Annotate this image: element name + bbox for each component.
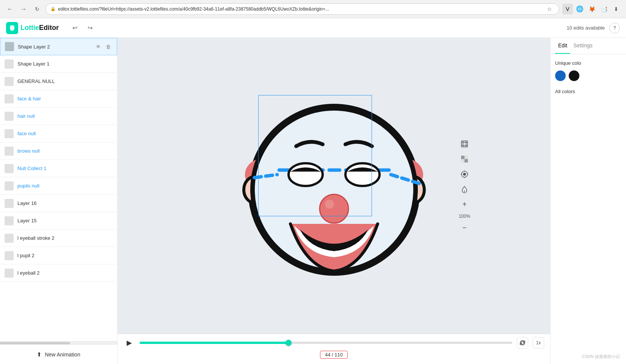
canvas-viewport: + 100% − bbox=[118, 38, 550, 334]
loop-button[interactable] bbox=[517, 337, 528, 348]
zoom-level-text: 100% bbox=[459, 214, 471, 219]
redo-button[interactable]: ↪ bbox=[85, 23, 95, 33]
animation-canvas bbox=[224, 76, 444, 296]
layer-item[interactable]: Shape Layer 1 bbox=[0, 55, 117, 73]
layer-name: l eyeball 2 bbox=[17, 270, 113, 276]
svg-rect-21 bbox=[461, 156, 464, 159]
back-button[interactable]: ← bbox=[5, 4, 15, 14]
color-swatch-black[interactable] bbox=[569, 70, 579, 81]
layer-item[interactable]: hair null bbox=[0, 108, 117, 125]
new-animation-button[interactable]: ⬆ New Animation bbox=[0, 344, 117, 364]
layer-thumbnail bbox=[5, 234, 14, 243]
checker-tool-button[interactable] bbox=[458, 153, 471, 165]
layer-name: Null Collect 1 bbox=[17, 166, 113, 171]
horizontal-scrollbar[interactable] bbox=[0, 341, 117, 344]
url-text: editor.lottiefiles.com/?fileUrl=https://… bbox=[58, 6, 542, 12]
layer-thumbnail bbox=[5, 181, 14, 191]
bookmark-button[interactable]: ☆ bbox=[544, 4, 554, 14]
logo: LottieEditor bbox=[6, 22, 59, 34]
svg-point-0 bbox=[11, 27, 14, 30]
help-button[interactable]: ? bbox=[609, 23, 620, 33]
timeline-thumb[interactable] bbox=[286, 340, 292, 346]
ext3-icon[interactable]: 📑 bbox=[599, 4, 609, 14]
layer-name: Layer 15 bbox=[17, 218, 113, 223]
svg-point-26 bbox=[463, 173, 466, 175]
logo-icon bbox=[6, 22, 18, 34]
layer-item[interactable]: Null Collect 1 bbox=[0, 160, 117, 177]
tab-edit[interactable]: Edit bbox=[555, 38, 570, 54]
bottom-controls: ▶ 1x 44 / 110 bbox=[118, 334, 550, 364]
chrome-icon[interactable]: 🌐 bbox=[574, 4, 585, 14]
browser-actions: V 🌐 🦊 📑 ⬇ bbox=[562, 4, 621, 14]
layer-item[interactable]: face null bbox=[0, 125, 117, 142]
svg-rect-16 bbox=[461, 141, 468, 147]
svg-rect-22 bbox=[464, 159, 468, 162]
plus-icon: + bbox=[462, 200, 467, 209]
edits-available-text: 10 edits available bbox=[567, 25, 605, 31]
app-container: LottieEditor ↩ ↪ 10 edits available ? Sh… bbox=[0, 18, 626, 364]
layer-thumbnail bbox=[5, 164, 14, 173]
svg-point-12 bbox=[320, 194, 348, 223]
layer-item[interactable]: face & hair bbox=[0, 90, 117, 108]
right-toolbar: + 100% − bbox=[458, 138, 471, 234]
canvas-area: + 100% − ▶ bbox=[118, 38, 550, 364]
layer-item[interactable]: Layer 15 bbox=[0, 212, 117, 230]
all-colors-label: All colors bbox=[555, 89, 621, 94]
play-button[interactable]: ▶ bbox=[124, 337, 135, 348]
layer-item[interactable]: l eyeball stroke 2 bbox=[0, 230, 117, 247]
layer-thumbnail bbox=[5, 216, 14, 225]
fox-icon[interactable]: 🦊 bbox=[587, 4, 597, 14]
dropper-tool-button[interactable] bbox=[458, 183, 471, 195]
main-content: Shape Layer 2 👁 🗑 Shape Layer 1 GENERAL … bbox=[0, 38, 626, 364]
watermark: CSDN @柴柴的小记 bbox=[582, 354, 620, 359]
download-button[interactable]: ⬇ bbox=[611, 4, 621, 14]
layer-thumbnail bbox=[5, 251, 14, 260]
layer-name: face & hair bbox=[17, 96, 113, 102]
reload-button[interactable]: ↻ bbox=[32, 4, 42, 14]
layer-name: Shape Layer 1 bbox=[17, 61, 113, 67]
layer-name: Layer 16 bbox=[17, 200, 113, 206]
svg-rect-24 bbox=[461, 159, 464, 162]
layer-item[interactable]: l pupil 2 bbox=[0, 247, 117, 264]
visibility-button[interactable]: 👁 bbox=[94, 42, 102, 51]
address-bar[interactable]: 🔒 editor.lottiefiles.com/?fileUrl=https:… bbox=[45, 3, 559, 15]
layer-name: Shape Layer 2 bbox=[18, 44, 94, 50]
layer-item[interactable]: l eyeball 2 bbox=[0, 264, 117, 282]
svg-point-13 bbox=[325, 200, 334, 209]
svg-rect-23 bbox=[464, 156, 468, 159]
forward-button[interactable]: → bbox=[18, 4, 29, 14]
select-tool-button[interactable] bbox=[458, 138, 471, 150]
circle-tool-button[interactable] bbox=[458, 168, 471, 180]
layer-name: pupils null bbox=[17, 183, 113, 189]
right-panel: Edit Settings Unique colo All colors bbox=[550, 38, 626, 364]
timeline-track[interactable] bbox=[140, 342, 512, 344]
left-sidebar: Shape Layer 2 👁 🗑 Shape Layer 1 GENERAL … bbox=[0, 38, 118, 364]
layer-item[interactable]: GENERAL NULL bbox=[0, 73, 117, 90]
layer-item[interactable]: Shape Layer 2 👁 🗑 bbox=[0, 38, 117, 55]
layer-thumbnail bbox=[5, 77, 14, 86]
layer-name: brows null bbox=[17, 148, 113, 154]
layer-name: GENERAL NULL bbox=[17, 78, 113, 84]
layer-item[interactable]: brows null bbox=[0, 142, 117, 160]
zoom-out-button[interactable]: − bbox=[458, 222, 471, 234]
right-panel-tabs: Edit Settings bbox=[551, 38, 626, 54]
layer-item[interactable]: Layer 16 bbox=[0, 195, 117, 212]
add-tool-button[interactable]: + bbox=[458, 198, 471, 211]
layer-thumbnail bbox=[5, 112, 14, 121]
layer-item[interactable]: pupils null bbox=[0, 177, 117, 195]
logo-text: LottieEditor bbox=[20, 24, 59, 32]
layer-thumbnail bbox=[5, 129, 14, 138]
vivaldi-icon[interactable]: V bbox=[562, 4, 573, 14]
frame-counter[interactable]: 44 / 110 bbox=[320, 351, 348, 359]
svg-point-15 bbox=[345, 163, 380, 186]
layer-thumbnail bbox=[5, 147, 14, 156]
color-swatch-blue[interactable] bbox=[555, 70, 566, 81]
speed-button[interactable]: 1x bbox=[533, 337, 544, 348]
right-panel-content: Unique colo All colors bbox=[551, 54, 626, 364]
layer-name: l eyeball stroke 2 bbox=[17, 235, 113, 241]
delete-button[interactable]: 🗑 bbox=[104, 42, 112, 51]
tab-settings[interactable]: Settings bbox=[570, 38, 596, 54]
unique-colors-label: Unique colo bbox=[555, 60, 621, 66]
undo-button[interactable]: ↩ bbox=[69, 23, 80, 33]
clown-svg bbox=[224, 76, 444, 296]
